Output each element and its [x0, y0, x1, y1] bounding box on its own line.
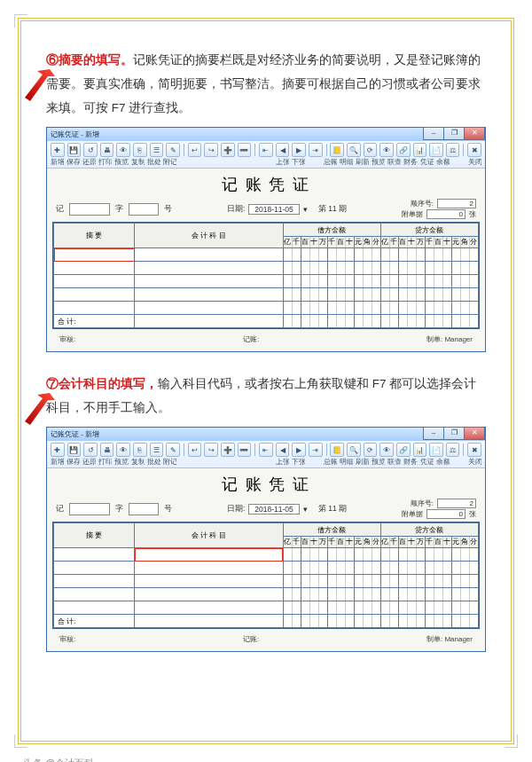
tool-icon[interactable]: ↺ [83, 443, 98, 457]
col-credit: 贷方金额 [380, 523, 478, 537]
tool-icon[interactable]: ⎘ [133, 143, 147, 157]
tool-icon[interactable]: ⎘ [133, 443, 147, 457]
toolbar: ✚💾↺🖶👁⎘☰✎ ↩↪➕➖ ⇤◀▶⇥ 📒🔍⟳👁🔗📊📄⚖ ✖ 新增保存还原打印预览… [47, 141, 485, 169]
tool-icon[interactable]: 🔍 [347, 443, 361, 457]
toolbar: ✚💾↺🖶👁⎘☰✎ ↩↪➕➖ ⇤◀▶⇥ 📒🔍⟳👁🔗📊📄⚖ ✖ 新增保存还原打印预览… [47, 441, 485, 468]
tool-icon[interactable]: ✎ [166, 443, 180, 457]
hao-input[interactable] [129, 503, 159, 515]
voucher-footer: 审核: 记账: 制单: Manager [52, 629, 480, 646]
voucher-meta-left: 记字 号 [56, 199, 172, 219]
total-row: 合 计: [54, 615, 135, 628]
screenshot-2: 记账凭证 - 新增 – ❐ ✕ ✚💾↺🖶👁⎘☰✎ ↩↪➕➖ ⇤◀▶⇥ 📒🔍⟳👁🔗… [46, 427, 486, 652]
col-subject: 会 计 科 目 [135, 224, 284, 248]
tool-icon[interactable]: 🔍 [347, 143, 361, 157]
tool-icon[interactable]: ↪ [204, 443, 218, 457]
maximize-button[interactable]: ❐ [443, 427, 465, 440]
close-button[interactable]: ✕ [464, 427, 485, 440]
col-summary: 摘 要 [54, 523, 135, 548]
col-debit: 借方金额 [283, 523, 380, 537]
page-frame: ⑥摘要的填写。记账凭证的摘要栏既是对经济业务的简要说明，又是登记账簿的需要。要真… [18, 18, 514, 744]
tool-icon[interactable]: ⟳ [364, 143, 378, 157]
tool-icon[interactable]: ⇤ [259, 443, 273, 457]
tool-icon[interactable]: ↩ [188, 143, 202, 157]
section-7: ⑦会计科目的填写，输入科目代码，或者按右上角获取键和 F7 都可以选择会计科目，… [46, 372, 486, 420]
tool-icon[interactable]: 💾 [67, 443, 82, 457]
tool-icon[interactable]: ▶ [292, 143, 306, 157]
tool-icon[interactable]: ☰ [150, 143, 164, 157]
voucher-title: 记 账 凭 证 [52, 174, 480, 195]
tool-icon[interactable]: ▶ [292, 443, 306, 457]
tool-icon[interactable]: 👁 [116, 443, 130, 457]
tool-icon[interactable]: 🔗 [396, 443, 411, 457]
voucher-title: 记 账 凭 证 [52, 474, 480, 495]
tool-icon[interactable]: ⇥ [309, 443, 323, 457]
tool-icon[interactable]: ➖ [238, 143, 252, 157]
tool-icon[interactable]: ◀ [276, 143, 290, 157]
tool-icon[interactable]: ⚖ [446, 443, 460, 457]
window-title: 记账凭证 - 新增 [51, 429, 99, 439]
tool-icon[interactable]: 🖶 [100, 443, 114, 457]
tool-icon[interactable]: 📊 [413, 143, 427, 157]
minimize-button[interactable]: – [423, 127, 444, 140]
window-title: 记账凭证 - 新增 [51, 130, 99, 139]
col-summary: 摘 要 [54, 224, 135, 248]
tool-icon[interactable]: ⇤ [259, 143, 273, 157]
tool-icon[interactable]: ✖ [467, 443, 481, 457]
tool-icon[interactable]: ⚖ [446, 143, 460, 157]
tool-icon[interactable]: ⇥ [309, 143, 323, 157]
col-subject: 会 计 科 目 [135, 523, 284, 548]
screenshot-1: 记账凭证 - 新增 – ❐ ✕ ✚💾↺🖶👁⎘☰✎ ↩↪➕➖ ⇤◀▶⇥ 📒🔍⟳👁🔗… [46, 127, 486, 352]
section-heading: ⑦会计科目的填写， [46, 377, 158, 390]
col-debit: 借方金额 [283, 224, 380, 237]
voucher-meta-center: 日期:2018-11-05▾ 第 11 期 [227, 499, 347, 519]
close-button[interactable]: ✕ [464, 127, 485, 140]
tool-icon[interactable]: ◀ [276, 443, 290, 457]
window-titlebar[interactable]: 记账凭证 - 新增 – ❐ ✕ [47, 428, 485, 441]
tool-icon[interactable]: ➕ [221, 443, 235, 457]
voucher-footer: 审核: 记账: 制单: Manager [52, 329, 480, 346]
voucher-meta-right: 顺序号:2 附单据0张 [402, 199, 476, 219]
tool-icon[interactable]: ✚ [51, 143, 65, 157]
subject-cell-active[interactable] [135, 548, 284, 562]
tool-icon[interactable]: ⟳ [364, 443, 378, 457]
zi-input[interactable] [69, 203, 110, 216]
tool-icon[interactable]: 🖶 [100, 143, 114, 157]
tool-icon[interactable]: 👁 [379, 143, 394, 157]
tool-icon[interactable]: 👁 [116, 143, 130, 157]
tool-icon[interactable]: 📄 [429, 143, 443, 157]
tool-icon[interactable]: ☰ [150, 443, 164, 457]
minimize-button[interactable]: – [423, 427, 444, 440]
date-input[interactable]: 2018-11-05 [248, 204, 299, 215]
tool-icon[interactable]: ↺ [83, 143, 98, 157]
col-credit: 贷方金额 [380, 224, 478, 237]
toolbar-icons: ✚💾↺🖶👁⎘☰✎ ↩↪➕➖ ⇤◀▶⇥ 📒🔍⟳👁🔗📊📄⚖ ✖ [51, 443, 481, 457]
section-heading: ⑥摘要的填写。 [46, 53, 133, 67]
tool-icon[interactable]: 🔗 [396, 143, 411, 157]
zi-input[interactable] [69, 503, 110, 515]
date-input[interactable]: 2018-11-05 [248, 504, 299, 515]
summary-cell-active[interactable] [54, 248, 135, 262]
tool-icon[interactable]: ➖ [238, 443, 252, 457]
toolbar-icons: ✚💾↺🖶👁⎘☰✎ ↩↪➕➖ ⇤◀▶⇥ 📒🔍⟳👁🔗📊📄⚖ ✖ [51, 143, 481, 157]
tool-icon[interactable]: 📒 [330, 443, 344, 457]
total-row: 合 计: [54, 315, 135, 328]
window-titlebar[interactable]: 记账凭证 - 新增 – ❐ ✕ [47, 128, 485, 141]
voucher-meta-center: 日期:2018-11-05▾ 第 11 期 [227, 199, 347, 219]
voucher-meta-left: 记字 号 [56, 499, 172, 519]
hao-input[interactable] [129, 203, 159, 216]
tool-icon[interactable]: 📄 [429, 443, 443, 457]
tool-icon[interactable]: 👁 [379, 443, 394, 457]
tool-icon[interactable]: ✖ [467, 143, 481, 157]
tool-icon[interactable]: ✚ [51, 443, 65, 457]
tool-icon[interactable]: ↩ [188, 443, 202, 457]
voucher-meta-right: 顺序号:2 附单据0张 [402, 499, 476, 519]
tool-icon[interactable]: 💾 [67, 143, 82, 157]
tool-icon[interactable]: 📒 [330, 143, 344, 157]
tool-icon[interactable]: ↪ [204, 143, 218, 157]
tool-icon[interactable]: ✎ [166, 143, 180, 157]
maximize-button[interactable]: ❐ [443, 127, 465, 140]
tool-icon[interactable]: 📊 [413, 443, 427, 457]
section-6: ⑥摘要的填写。记账凭证的摘要栏既是对经济业务的简要说明，又是登记账簿的需要。要真… [46, 48, 486, 120]
tool-icon[interactable]: ➕ [221, 143, 235, 157]
